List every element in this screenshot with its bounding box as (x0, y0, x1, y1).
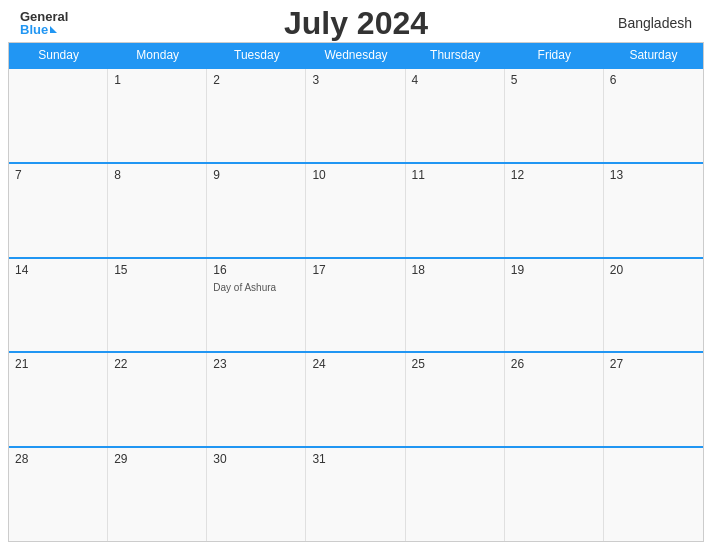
day-header-tuesday: Tuesday (207, 43, 306, 67)
day-number: 12 (511, 168, 597, 182)
day-cell: 15 (108, 259, 207, 352)
day-cell: 13 (604, 164, 703, 257)
day-number: 31 (312, 452, 398, 466)
day-number: 9 (213, 168, 299, 182)
day-header-thursday: Thursday (406, 43, 505, 67)
day-cell: 17 (306, 259, 405, 352)
calendar-table: SundayMondayTuesdayWednesdayThursdayFrid… (8, 42, 704, 542)
day-cell: 21 (9, 353, 108, 446)
day-number: 22 (114, 357, 200, 371)
day-cell: 3 (306, 69, 405, 162)
holiday-text: Day of Ashura (213, 281, 299, 294)
day-cell: 4 (406, 69, 505, 162)
day-cell: 31 (306, 448, 405, 541)
week-row-1: 123456 (9, 67, 703, 162)
day-header-sunday: Sunday (9, 43, 108, 67)
day-headers-row: SundayMondayTuesdayWednesdayThursdayFrid… (9, 43, 703, 67)
logo-blue-text: Blue (20, 23, 57, 36)
month-title: July 2024 (284, 5, 428, 42)
day-number: 21 (15, 357, 101, 371)
header: General Blue July 2024 Bangladesh (0, 0, 712, 42)
day-number: 4 (412, 73, 498, 87)
day-number: 5 (511, 73, 597, 87)
day-number: 16 (213, 263, 299, 277)
day-number: 8 (114, 168, 200, 182)
day-cell: 10 (306, 164, 405, 257)
day-number: 23 (213, 357, 299, 371)
day-cell: 12 (505, 164, 604, 257)
day-cell (604, 448, 703, 541)
day-cell: 28 (9, 448, 108, 541)
day-number: 30 (213, 452, 299, 466)
day-header-friday: Friday (505, 43, 604, 67)
day-cell (406, 448, 505, 541)
day-cell: 9 (207, 164, 306, 257)
day-number: 13 (610, 168, 697, 182)
day-number: 17 (312, 263, 398, 277)
day-cell: 8 (108, 164, 207, 257)
day-cell: 16Day of Ashura (207, 259, 306, 352)
day-number: 7 (15, 168, 101, 182)
day-number: 24 (312, 357, 398, 371)
day-number: 3 (312, 73, 398, 87)
day-number: 2 (213, 73, 299, 87)
day-number: 25 (412, 357, 498, 371)
day-header-wednesday: Wednesday (306, 43, 405, 67)
day-cell: 14 (9, 259, 108, 352)
week-row-2: 78910111213 (9, 162, 703, 257)
logo-triangle-icon (50, 26, 57, 33)
day-cell: 6 (604, 69, 703, 162)
day-cell: 18 (406, 259, 505, 352)
week-row-3: 141516Day of Ashura17181920 (9, 257, 703, 352)
day-header-saturday: Saturday (604, 43, 703, 67)
day-cell: 11 (406, 164, 505, 257)
day-cell (9, 69, 108, 162)
day-cell: 2 (207, 69, 306, 162)
day-cell: 30 (207, 448, 306, 541)
logo: General Blue (20, 10, 68, 36)
week-row-4: 21222324252627 (9, 351, 703, 446)
day-cell: 24 (306, 353, 405, 446)
day-cell: 19 (505, 259, 604, 352)
weeks-container: 12345678910111213141516Day of Ashura1718… (9, 67, 703, 541)
day-number: 10 (312, 168, 398, 182)
day-number: 18 (412, 263, 498, 277)
day-cell (505, 448, 604, 541)
day-header-monday: Monday (108, 43, 207, 67)
day-number: 19 (511, 263, 597, 277)
day-number: 1 (114, 73, 200, 87)
day-cell: 5 (505, 69, 604, 162)
day-cell: 7 (9, 164, 108, 257)
day-number: 28 (15, 452, 101, 466)
day-cell: 23 (207, 353, 306, 446)
day-cell: 20 (604, 259, 703, 352)
country-label: Bangladesh (618, 15, 692, 31)
day-cell: 26 (505, 353, 604, 446)
day-number: 15 (114, 263, 200, 277)
day-number: 27 (610, 357, 697, 371)
day-cell: 1 (108, 69, 207, 162)
day-cell: 22 (108, 353, 207, 446)
day-number: 20 (610, 263, 697, 277)
day-cell: 29 (108, 448, 207, 541)
day-number: 26 (511, 357, 597, 371)
day-number: 6 (610, 73, 697, 87)
day-cell: 25 (406, 353, 505, 446)
day-number: 11 (412, 168, 498, 182)
day-cell: 27 (604, 353, 703, 446)
calendar-container: General Blue July 2024 Bangladesh Sunday… (0, 0, 712, 550)
week-row-5: 28293031 (9, 446, 703, 541)
day-number: 14 (15, 263, 101, 277)
day-number: 29 (114, 452, 200, 466)
